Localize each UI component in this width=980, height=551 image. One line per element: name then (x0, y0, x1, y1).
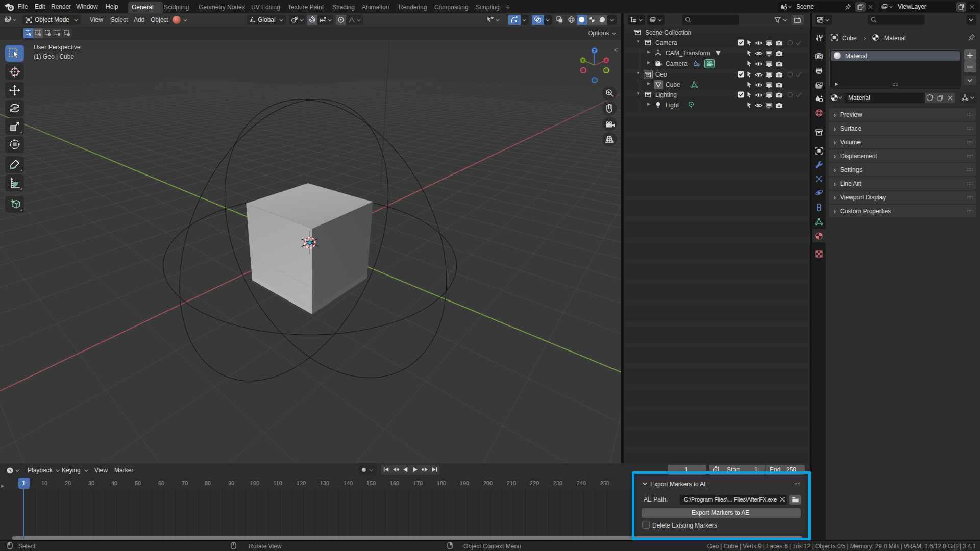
svg-text:X: X (605, 58, 608, 63)
svg-text:Z: Z (594, 48, 596, 53)
svg-text:Y: Y (581, 58, 584, 63)
